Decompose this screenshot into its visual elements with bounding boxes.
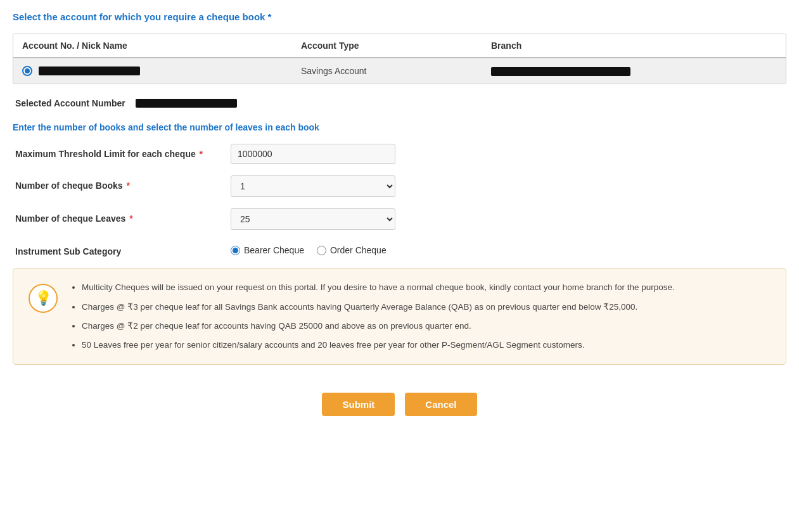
sub-category-radio-group: Bearer Cheque Order Cheque — [231, 241, 387, 255]
num-leaves-label: Number of cheque Leaves * — [15, 208, 231, 224]
instruction-title: Enter the number of books and select the… — [13, 122, 786, 132]
branch-redacted — [491, 67, 630, 76]
bulb-icon: 💡 — [29, 284, 58, 313]
cancel-button[interactable]: Cancel — [405, 393, 476, 416]
bearer-cheque-radio[interactable] — [231, 246, 240, 255]
branch-cell — [491, 66, 777, 76]
order-cheque-radio[interactable] — [317, 246, 326, 255]
info-item-2: Charges @ ₹3 per cheque leaf for all Sav… — [82, 301, 675, 314]
sub-category-row: Instrument Sub Category Bearer Cheque Or… — [13, 241, 786, 256]
submit-button[interactable]: Submit — [322, 393, 395, 416]
bearer-cheque-option[interactable]: Bearer Cheque — [231, 245, 304, 255]
order-cheque-label: Order Cheque — [330, 245, 387, 255]
max-threshold-input[interactable] — [231, 144, 395, 164]
account-radio[interactable] — [22, 66, 32, 76]
info-item-1: Multicity Cheques will be issued on your… — [82, 281, 675, 294]
bearer-cheque-label: Bearer Cheque — [244, 245, 304, 255]
selected-account-label: Selected Account Number — [15, 98, 125, 108]
max-threshold-label: Maximum Threshold Limit for each cheque … — [15, 144, 231, 159]
account-type-cell: Savings Account — [301, 66, 491, 76]
col-branch-header: Branch — [491, 41, 777, 51]
max-threshold-required: * — [197, 149, 203, 159]
footer-buttons: Submit Cancel — [13, 383, 786, 422]
num-leaves-row: Number of cheque Leaves * 10 25 50 100 — [13, 208, 786, 230]
account-number-redacted — [39, 66, 140, 75]
num-books-required: * — [124, 180, 130, 191]
info-item-4: 50 Leaves free per year for senior citiz… — [82, 339, 675, 352]
num-leaves-select[interactable]: 10 25 50 100 — [231, 208, 395, 230]
table-header: Account No. / Nick Name Account Type Bra… — [13, 34, 786, 58]
account-table: Account No. / Nick Name Account Type Bra… — [13, 34, 786, 84]
num-books-select[interactable]: 1 2 3 4 5 — [231, 175, 395, 197]
selected-account-row: Selected Account Number — [13, 98, 786, 108]
max-threshold-row: Maximum Threshold Limit for each cheque … — [13, 144, 786, 164]
info-box: 💡 Multicity Cheques will be issued on yo… — [13, 268, 786, 365]
num-books-label: Number of cheque Books * — [15, 175, 231, 191]
info-item-3: Charges @ ₹2 per cheque leaf for account… — [82, 320, 675, 332]
sub-category-label: Instrument Sub Category — [15, 241, 231, 256]
selected-account-value — [136, 99, 237, 108]
info-list: Multicity Cheques will be issued on your… — [70, 281, 675, 352]
table-row[interactable]: Savings Account — [13, 58, 786, 84]
col-type-header: Account Type — [301, 41, 491, 51]
col-account-header: Account No. / Nick Name — [22, 41, 301, 51]
num-books-row: Number of cheque Books * 1 2 3 4 5 — [13, 175, 786, 197]
order-cheque-option[interactable]: Order Cheque — [317, 245, 387, 255]
cheque-form: Maximum Threshold Limit for each cheque … — [13, 144, 786, 256]
select-account-title: Select the account for which you require… — [13, 11, 786, 22]
account-number-cell[interactable] — [22, 66, 301, 76]
num-leaves-required: * — [127, 213, 132, 224]
